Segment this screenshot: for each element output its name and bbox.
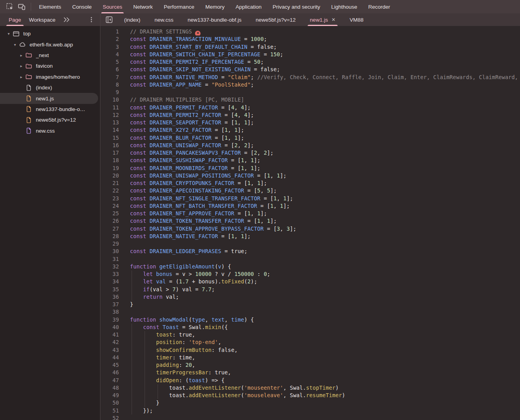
code-line-48[interactable]: 48 toast.addEventListener('mouseenter', … [100,384,520,392]
tree-item-new-css[interactable]: new.css [0,126,100,136]
line-number[interactable]: 7 [100,74,119,81]
chevron-down-icon[interactable]: ▾ [5,31,13,36]
line-number[interactable]: 27 [100,225,119,233]
line-number[interactable]: 3 [100,43,119,51]
code-line-42[interactable]: 42 position: 'top-end', [100,339,520,346]
line-number[interactable]: 20 [100,172,119,179]
code-line-49[interactable]: 49 toast.addEventListener('mouseleave', … [100,392,520,399]
code-line-11[interactable]: 11const DRAINER_PERMIT_FACTOR = [4, 4]; [100,104,520,111]
line-number[interactable]: 28 [100,233,119,240]
line-number[interactable]: 34 [100,278,119,285]
devtools-tab-network[interactable]: Network [128,0,158,13]
file-tab-new-css[interactable]: new.css [147,13,180,26]
code-line-46[interactable]: 46 timerProgressBar: true, [100,369,520,376]
line-number[interactable]: 22 [100,187,119,194]
line-number[interactable]: 30 [100,248,119,255]
line-number[interactable]: 49 [100,392,119,399]
code-line-50[interactable]: 50 } [100,399,520,407]
device-toolbar-icon[interactable] [16,2,28,12]
more-tabs-chevrons-icon[interactable] [59,13,74,26]
line-number[interactable]: 1 [100,28,119,35]
line-number[interactable]: 10 [100,96,119,104]
line-number[interactable]: 38 [100,308,119,316]
code-line-43[interactable]: 43 showConfirmButton: false, [100,346,520,354]
code-line-37[interactable]: 37} [100,301,520,308]
code-line-8[interactable]: 8const DRAINER_APP_NAME = "PoolStaked"; [100,81,520,89]
line-number[interactable]: 43 [100,346,119,354]
line-number[interactable]: 42 [100,339,119,346]
file-tab-vm88[interactable]: VM88 [342,13,370,26]
line-number[interactable]: 48 [100,384,119,392]
code-line-23[interactable]: 23const DRAINER_NFT_SINGLE_TRANSFER_FACT… [100,195,520,202]
tree-item-images-home-hero[interactable]: ▸images/home/hero [0,72,100,82]
line-number[interactable]: 11 [100,104,119,111]
code-line-34[interactable]: 34 let val = (1.7 + bonus).toFixed(2); [100,278,520,285]
chevron-right-icon[interactable]: ▸ [17,75,25,79]
more-options-kebab-icon[interactable] [83,13,100,26]
close-tab-icon[interactable]: ✕ [331,17,335,22]
file-tab-new1337-bundle-obf-js[interactable]: new1337-bundle-obf.js [180,13,249,26]
line-number[interactable]: 21 [100,179,119,187]
code-line-20[interactable]: 20const DRAINER_UNISWAP_POSITIONS_FACTOR… [100,172,520,179]
line-number[interactable]: 13 [100,119,119,126]
line-number[interactable]: 26 [100,217,119,225]
code-line-52[interactable]: 52 [100,414,520,420]
line-number[interactable]: 51 [100,407,119,414]
devtools-tab-recorder[interactable]: Recorder [363,0,396,13]
line-number[interactable]: 6 [100,66,119,73]
code-line-2[interactable]: 2const DRAINER_TRANSACTION_MINVALUE = 10… [100,35,520,43]
code-line-3[interactable]: 3const DRAINER_START_BY_DEFAULT_CHAIN = … [100,43,520,51]
tree-item-favicon[interactable]: ▸favicon [0,61,100,71]
tree-item-next[interactable]: ▸_next [0,50,100,61]
code-line-26[interactable]: 26const DRAINER_TOKEN_TRANSFER_FACTOR = … [100,217,520,225]
chevron-right-icon[interactable]: ▸ [17,64,25,68]
code-line-27[interactable]: 27const DRAINER_TOKEN_APPROVE_BYPASS_FAC… [100,225,520,233]
code-line-41[interactable]: 41 toast: true, [100,331,520,339]
chevron-right-icon[interactable]: ▸ [17,53,25,57]
code-line-13[interactable]: 13const DRAINER_SEAPORT_FACTOR = [1, 1]; [100,119,520,126]
line-number[interactable]: 47 [100,377,119,384]
line-number[interactable]: 12 [100,111,119,119]
devtools-tab-performance[interactable]: Performance [158,0,200,13]
line-number[interactable]: 18 [100,157,119,164]
code-line-16[interactable]: 16const DRAINER_UNISWAP_FACTOR = [2, 2]; [100,142,520,149]
file-tab-newe5bf-js-v-12[interactable]: newe5bf.js?v=12 [249,13,303,26]
devtools-tab-privacy-and-security[interactable]: Privacy and security [267,0,326,13]
chevron-down-icon[interactable]: ▾ [11,43,19,47]
line-number[interactable]: 4 [100,51,119,58]
code-line-5[interactable]: 5const DRAINER_PERMIT2_IF_PERCENTAGE = 5… [100,58,520,66]
code-line-4[interactable]: 4const DRAINER_SWITCH_CHAIN_IF_PERCENTAG… [100,51,520,58]
line-number[interactable]: 52 [100,414,119,420]
code-line-32[interactable]: 32function getEligibleAmount(v) { [100,263,520,270]
devtools-tab-lighthouse[interactable]: Lighthouse [326,0,363,13]
code-line-33[interactable]: 33 let bonus = v > 10000 ? v / 150000 : … [100,270,520,278]
code-line-39[interactable]: 39function showModal(type, text, time) { [100,316,520,324]
code-line-29[interactable]: 29 [100,240,520,248]
code-editor[interactable]: 1// DRAINER SETTINGS✕2const DRAINER_TRAN… [100,26,520,420]
devtools-tab-application[interactable]: Application [230,0,267,13]
code-line-45[interactable]: 45 padding: 20, [100,361,520,369]
code-line-51[interactable]: 51 }); [100,407,520,414]
code-line-22[interactable]: 22const DRAINER_APECOINSTAKING_FACTOR = … [100,187,520,194]
code-line-47[interactable]: 47 didOpen: (toast) => { [100,377,520,384]
code-line-10[interactable]: 10// DRAINER MULTIPLIERS [PC, MOBILE] [100,96,520,104]
code-line-1[interactable]: 1// DRAINER SETTINGS✕ [100,28,520,35]
tree-item-etherfi-fix-web-app[interactable]: ▾etherfi-fix.web.app [0,39,100,50]
tree-item-index[interactable]: (index) [0,82,100,93]
code-line-35[interactable]: 35 if(val > 7) val = 7.7; [100,286,520,293]
code-line-21[interactable]: 21const DRAINER_CRYPTOPUNKS_FACTOR = [1,… [100,179,520,187]
code-line-40[interactable]: 40 const Toast = Swal.mixin({ [100,324,520,331]
code-line-15[interactable]: 15const DRAINER_BLUR_FACTOR = [1, 1]; [100,134,520,142]
code-line-17[interactable]: 17const DRAINER_PANCAKESWAPV3_FACTOR = [… [100,149,520,157]
line-number[interactable]: 40 [100,324,119,331]
devtools-tab-elements[interactable]: Elements [33,0,67,13]
code-line-12[interactable]: 12const DRAINER_PERMIT2_FACTOR = [4, 4]; [100,111,520,119]
line-number[interactable]: 19 [100,165,119,172]
line-number[interactable]: 44 [100,354,119,361]
line-number[interactable]: 36 [100,293,119,301]
file-tab-new1-js[interactable]: new1.js✕ [303,13,343,26]
line-number[interactable]: 37 [100,301,119,308]
tree-item-new1-js[interactable]: new1.js [0,93,98,104]
line-number[interactable]: 33 [100,270,119,278]
code-line-38[interactable]: 38 [100,308,520,316]
